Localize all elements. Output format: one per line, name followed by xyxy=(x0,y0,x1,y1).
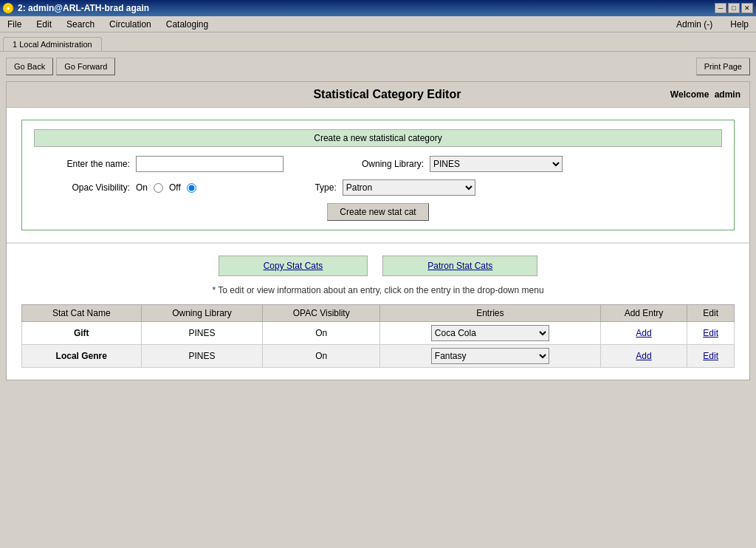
row2-add-link[interactable]: Add xyxy=(636,351,651,361)
tab-bar: 1 Local Administration xyxy=(0,32,756,52)
owning-library-select[interactable]: PINES xyxy=(430,156,563,172)
row2-owning-library: PINES xyxy=(141,345,263,368)
info-text: * To edit or view information about an e… xyxy=(21,285,735,295)
col-owning-library: Owning Library xyxy=(141,305,263,322)
create-form-box: Create a new statistical category Enter … xyxy=(21,120,735,230)
table-row: Local Genre PINES On Fantasy Add Edit xyxy=(22,345,735,368)
row2-entries-cell: Fantasy xyxy=(379,345,600,368)
welcome-text: Welcome admin xyxy=(670,89,740,100)
row1-name: Gift xyxy=(22,322,142,345)
col-add-entry: Add Entry xyxy=(600,305,687,322)
row1-owning-library: PINES xyxy=(141,322,263,345)
table-header-row: Stat Cat Name Owning Library OPAC Visibl… xyxy=(22,305,735,322)
menu-circulation[interactable]: Circulation xyxy=(105,18,156,31)
copy-stat-cats-tab[interactable]: Copy Stat Cats xyxy=(219,256,368,276)
menu-search[interactable]: Search xyxy=(62,18,99,31)
col-entries: Entries xyxy=(379,305,600,322)
window-title: 2: admin@ARL-ATH-brad again xyxy=(18,3,149,13)
stat-cats-section: Copy Stat Cats Patron Stat Cats * To edi… xyxy=(7,244,749,380)
create-stat-cat-button[interactable]: Create new stat cat xyxy=(327,203,428,221)
toolbar-left: Go Back Go Forward xyxy=(6,58,115,75)
tab-local-administration[interactable]: 1 Local Administration xyxy=(3,37,102,51)
opac-off-radio[interactable] xyxy=(187,183,196,193)
row2-add-cell: Add xyxy=(600,345,687,368)
main-content: Go Back Go Forward Print Page Statistica… xyxy=(0,52,756,386)
on-label: On xyxy=(136,182,148,193)
col-stat-cat-name: Stat Cat Name xyxy=(22,305,142,322)
menu-bar: File Edit Search Circulation Cataloging … xyxy=(0,16,756,32)
minimize-button[interactable]: ─ xyxy=(715,3,726,13)
go-back-button[interactable]: Go Back xyxy=(6,58,53,75)
opac-label: Opac Visibility: xyxy=(34,182,130,193)
row2-edit-link[interactable]: Edit xyxy=(703,351,718,361)
row1-add-link[interactable]: Add xyxy=(636,328,651,338)
row2-opac: On xyxy=(263,345,380,368)
table-row: Gift PINES On Coca Cola Add Edit xyxy=(22,322,735,345)
title-bar: ● 2: admin@ARL-ATH-brad again ─ □ ✕ xyxy=(0,0,756,16)
row1-edit-link[interactable]: Edit xyxy=(703,328,718,338)
page-header: Statistical Category Editor Welcome admi… xyxy=(7,82,749,108)
close-button[interactable]: ✕ xyxy=(741,3,753,13)
stat-cats-table: Stat Cat Name Owning Library OPAC Visibl… xyxy=(21,304,735,368)
form-row-1: Enter the name: Owning Library: PINES xyxy=(34,156,722,172)
opac-radio-group: On Off xyxy=(136,182,196,193)
go-forward-button[interactable]: Go Forward xyxy=(56,58,115,75)
patron-stat-cats-tab[interactable]: Patron Stat Cats xyxy=(382,256,537,276)
owning-library-label: Owning Library: xyxy=(328,159,424,169)
row2-entry-select[interactable]: Fantasy xyxy=(431,348,549,364)
name-input[interactable] xyxy=(136,156,284,172)
page-title: Statistical Category Editor xyxy=(104,88,670,101)
menu-edit[interactable]: Edit xyxy=(32,18,56,31)
stat-cats-tabs: Copy Stat Cats Patron Stat Cats xyxy=(21,256,735,276)
name-label: Enter the name: xyxy=(34,159,130,169)
row1-add-cell: Add xyxy=(600,322,687,345)
col-opac-visibility: OPAC Visiblity xyxy=(263,305,380,322)
row1-entries-cell: Coca Cola xyxy=(379,322,600,345)
toolbar: Go Back Go Forward Print Page xyxy=(6,58,750,75)
restore-button[interactable]: □ xyxy=(728,3,740,13)
print-page-button[interactable]: Print Page xyxy=(696,58,750,75)
welcome-prefix: Welcome xyxy=(670,89,709,100)
type-select[interactable]: Patron xyxy=(343,179,475,196)
create-section: Create a new statistical category Enter … xyxy=(7,108,749,244)
welcome-user: admin xyxy=(715,89,740,100)
row2-name: Local Genre xyxy=(22,345,142,368)
title-bar-text: ● 2: admin@ARL-ATH-brad again xyxy=(3,3,149,13)
window-controls: ─ □ ✕ xyxy=(715,3,753,13)
col-edit: Edit xyxy=(687,305,735,322)
create-form-title: Create a new statistical category xyxy=(34,129,722,147)
menu-admin[interactable]: Admin (-) xyxy=(672,18,717,31)
menu-help[interactable]: Help xyxy=(726,18,753,31)
create-button-row: Create new stat cat xyxy=(34,203,722,221)
form-row-2: Opac Visibility: On Off Type: Patron xyxy=(34,179,722,196)
menu-file[interactable]: File xyxy=(3,18,26,31)
row2-edit-cell: Edit xyxy=(687,345,735,368)
type-label: Type: xyxy=(241,182,337,193)
off-label: Off xyxy=(169,182,181,193)
row1-entry-select[interactable]: Coca Cola xyxy=(431,325,549,341)
row1-edit-cell: Edit xyxy=(687,322,735,345)
opac-on-radio[interactable] xyxy=(154,183,163,193)
row1-opac: On xyxy=(263,322,380,345)
app-icon: ● xyxy=(3,3,13,13)
menu-cataloging[interactable]: Cataloging xyxy=(162,18,213,31)
main-panel: Statistical Category Editor Welcome admi… xyxy=(6,81,750,380)
